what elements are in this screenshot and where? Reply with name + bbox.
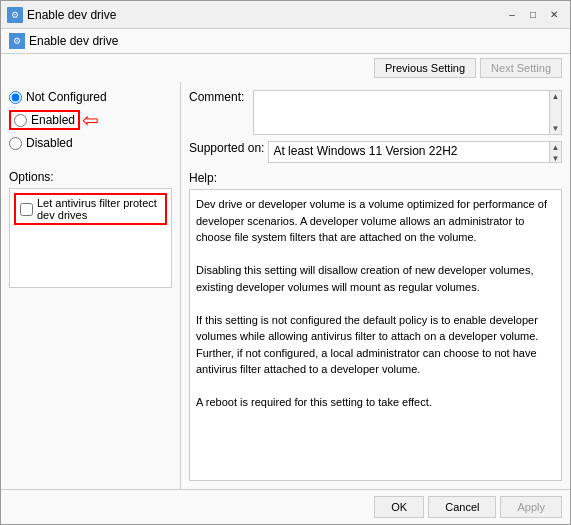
supported-scroll-up[interactable]: ▲ [551, 142, 561, 153]
comment-label: Comment: [189, 90, 249, 104]
main-window: ⚙ Enable dev drive – □ ✕ ⚙ Enable dev dr… [0, 0, 571, 525]
supported-label: Supported on: [189, 141, 264, 155]
supported-section: Supported on: At least Windows 11 Versio… [189, 141, 562, 163]
help-box: Dev drive or developer volume is a volum… [189, 189, 562, 481]
supported-scroll-down[interactable]: ▼ [551, 153, 561, 164]
close-button[interactable]: ✕ [544, 6, 564, 24]
supported-scrollbar[interactable]: ▲ ▼ [549, 142, 561, 162]
right-panel: Comment: ▲ ▼ Supported on: At least Wind… [181, 82, 570, 489]
apply-button[interactable]: Apply [500, 496, 562, 518]
comment-scrollbar[interactable]: ▲ ▼ [549, 91, 561, 134]
left-panel: Not Configured Enabled ⇦ Disabled Option… [1, 82, 181, 489]
options-box: Let antivirus filter protect dev drives [9, 188, 172, 288]
title-bar: ⚙ Enable dev drive – □ ✕ [1, 1, 570, 29]
ok-button[interactable]: OK [374, 496, 424, 518]
radio-disabled-input[interactable] [9, 137, 22, 150]
help-text: Dev drive or developer volume is a volum… [196, 196, 555, 411]
radio-enabled-input[interactable] [14, 114, 27, 127]
footer: OK Cancel Apply [1, 489, 570, 524]
comment-box: ▲ ▼ [253, 90, 562, 135]
scroll-down-arrow[interactable]: ▼ [551, 123, 561, 134]
window-icon: ⚙ [7, 7, 23, 23]
toolbar: Previous Setting Next Setting [1, 54, 570, 82]
title-controls: – □ ✕ [502, 6, 564, 24]
radio-disabled[interactable]: Disabled [9, 136, 172, 150]
header-icon: ⚙ [9, 33, 25, 49]
next-setting-button[interactable]: Next Setting [480, 58, 562, 78]
help-section: Help: Dev drive or developer volume is a… [189, 171, 562, 481]
supported-value: At least Windows 11 Version 22H2 [273, 144, 457, 158]
supported-box: At least Windows 11 Version 22H2 ▲ ▼ [268, 141, 562, 163]
title-bar-left: ⚙ Enable dev drive [7, 7, 116, 23]
radio-not-configured[interactable]: Not Configured [9, 90, 172, 104]
header-bar: ⚙ Enable dev drive [1, 29, 570, 54]
minimize-button[interactable]: – [502, 6, 522, 24]
options-section: Options: Let antivirus filter protect de… [9, 170, 172, 288]
main-content: Not Configured Enabled ⇦ Disabled Option… [1, 82, 570, 489]
maximize-button[interactable]: □ [523, 6, 543, 24]
radio-group: Not Configured Enabled ⇦ Disabled [9, 90, 172, 150]
scroll-up-arrow[interactable]: ▲ [551, 91, 561, 102]
radio-disabled-label: Disabled [26, 136, 73, 150]
radio-enabled[interactable]: Enabled [9, 110, 80, 130]
enabled-row: Enabled ⇦ [9, 108, 172, 132]
radio-not-configured-input[interactable] [9, 91, 22, 104]
window-title: Enable dev drive [27, 8, 116, 22]
previous-setting-button[interactable]: Previous Setting [374, 58, 476, 78]
antivirus-option-label: Let antivirus filter protect dev drives [37, 197, 161, 221]
comment-section: Comment: ▲ ▼ [189, 90, 562, 135]
antivirus-option[interactable]: Let antivirus filter protect dev drives [14, 193, 167, 225]
radio-enabled-label: Enabled [31, 113, 75, 127]
arrow-indicator: ⇦ [82, 108, 99, 132]
help-label: Help: [189, 171, 562, 185]
cancel-button[interactable]: Cancel [428, 496, 496, 518]
options-label: Options: [9, 170, 172, 184]
radio-not-configured-label: Not Configured [26, 90, 107, 104]
header-title: Enable dev drive [29, 34, 118, 48]
antivirus-checkbox[interactable] [20, 203, 33, 216]
